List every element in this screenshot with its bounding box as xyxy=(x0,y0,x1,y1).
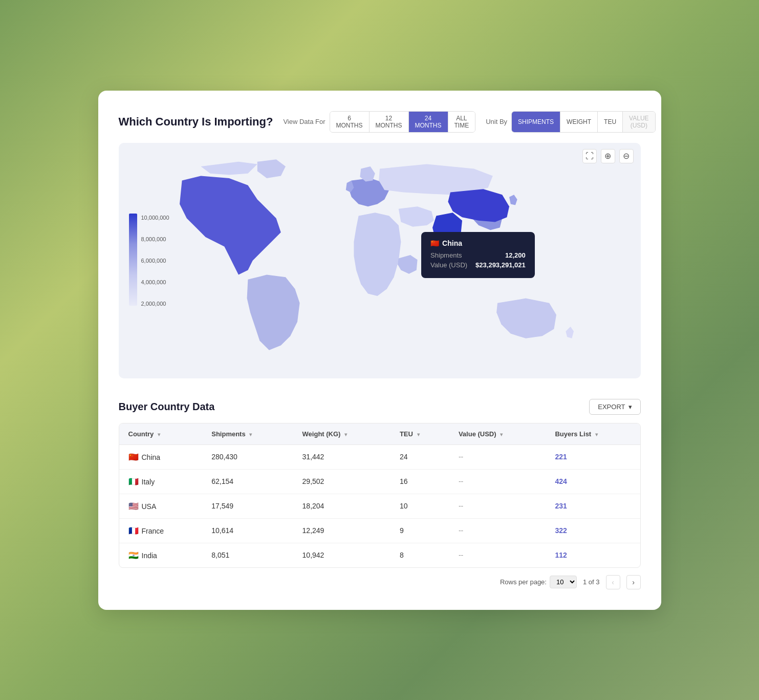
filter-12months[interactable]: 12 MONTHS xyxy=(370,112,409,132)
legend-value-1: 10,000,000 xyxy=(141,215,169,221)
page-title: Which Country Is Importing? xyxy=(119,115,273,129)
world-map xyxy=(119,143,641,378)
tooltip-shipments-value: 12,200 xyxy=(505,251,526,259)
table-row: 🇮🇹Italy 62,154 29,502 16 -- 424 xyxy=(119,469,640,494)
zoom-in-icon: ⊕ xyxy=(604,151,611,161)
cell-weight: 31,442 xyxy=(293,444,391,469)
sort-icon-buyers: ▾ xyxy=(595,432,598,437)
buyers-link-china[interactable]: 221 xyxy=(555,453,567,461)
tooltip-value-row: Value (USD) $23,293,291,021 xyxy=(430,261,526,269)
cell-teu: 16 xyxy=(391,469,449,494)
cell-shipments: 280,430 xyxy=(202,444,293,469)
cell-weight: 29,502 xyxy=(293,469,391,494)
country-tooltip: 🇨🇳 China Shipments 12,200 Value (USD) $2… xyxy=(421,232,535,278)
flag-usa: 🇺🇸 xyxy=(128,501,139,511)
cell-country: 🇫🇷France xyxy=(119,518,203,543)
fullscreen-button[interactable]: ⛶ xyxy=(582,149,597,163)
zoom-out-button[interactable]: ⊖ xyxy=(619,149,634,163)
rows-per-page-label: Rows per page: xyxy=(500,578,547,586)
cell-shipments: 10,614 xyxy=(202,518,293,543)
col-shipments[interactable]: Shipments ▾ xyxy=(202,423,293,445)
unit-shipments[interactable]: SHIPMENTS xyxy=(512,112,560,132)
tooltip-shipments-label: Shipments xyxy=(430,251,462,259)
cell-shipments: 62,154 xyxy=(202,469,293,494)
table-row: 🇺🇸USA 17,549 18,204 10 -- 231 xyxy=(119,494,640,518)
legend-value-2: 8,000,000 xyxy=(141,236,169,242)
cell-weight: 10,942 xyxy=(293,543,391,567)
col-buyers[interactable]: Buyers List ▾ xyxy=(546,423,640,445)
flag-italy: 🇮🇹 xyxy=(128,477,139,486)
main-card: Which Country Is Importing? View Data Fo… xyxy=(98,91,661,610)
map-container: ⛶ ⊕ ⊖ 10,000,000 8,000,000 6,000,000 4,0… xyxy=(119,143,641,378)
export-chevron-icon: ▾ xyxy=(628,403,632,411)
map-legend: 10,000,000 8,000,000 6,000,000 4,000,000… xyxy=(129,214,137,308)
unit-weight[interactable]: WEIGHT xyxy=(560,112,598,132)
rows-per-page-select[interactable]: 10 25 50 xyxy=(550,576,577,588)
flag-china: 🇨🇳 xyxy=(128,452,139,462)
cell-buyers[interactable]: 231 xyxy=(546,494,640,518)
tooltip-country: China xyxy=(442,239,462,247)
export-label: EXPORT xyxy=(598,403,625,411)
cell-country: 🇨🇳China xyxy=(119,444,203,469)
zoom-out-icon: ⊖ xyxy=(623,151,630,161)
legend-color-bar xyxy=(129,214,137,306)
sort-icon-country: ▾ xyxy=(158,432,160,437)
unit-by-filter-group: Unit By SHIPMENTS WEIGHT TEU VALUE (USD) xyxy=(486,111,655,133)
unit-teu[interactable]: TEU xyxy=(598,112,623,132)
flag-france: 🇫🇷 xyxy=(128,526,139,536)
table-row: 🇮🇳India 8,051 10,942 8 -- 112 xyxy=(119,543,640,567)
unit-value-usd[interactable]: VALUE (USD) xyxy=(623,112,655,132)
sort-icon-value: ▾ xyxy=(500,432,503,437)
prev-page-button[interactable]: ‹ xyxy=(606,575,620,589)
time-filter-buttons: 6 MONTHS 12 MONTHS 24 MONTHS ALL TIME xyxy=(330,111,476,133)
map-controls: ⛶ ⊕ ⊖ xyxy=(582,149,634,163)
cell-weight: 18,204 xyxy=(293,494,391,518)
export-button[interactable]: EXPORT ▾ xyxy=(589,399,640,415)
sort-icon-weight: ▾ xyxy=(344,432,347,437)
cell-teu: 24 xyxy=(391,444,449,469)
col-country[interactable]: Country ▾ xyxy=(119,423,203,445)
filter-6months[interactable]: 6 MONTHS xyxy=(330,112,370,132)
cell-value: -- xyxy=(449,518,546,543)
cell-value: -- xyxy=(449,444,546,469)
unit-by-label: Unit By xyxy=(486,118,507,125)
cell-value: -- xyxy=(449,543,546,567)
cell-buyers[interactable]: 322 xyxy=(546,518,640,543)
page-info: 1 of 3 xyxy=(583,578,600,586)
buyers-link-italy[interactable]: 424 xyxy=(555,477,567,485)
cell-shipments: 8,051 xyxy=(202,543,293,567)
unit-buttons: SHIPMENTS WEIGHT TEU VALUE (USD) xyxy=(511,111,655,133)
cell-country: 🇮🇹Italy xyxy=(119,469,203,494)
tooltip-value-label: Value (USD) xyxy=(430,261,467,269)
cell-teu: 9 xyxy=(391,518,449,543)
legend-value-3: 6,000,000 xyxy=(141,258,169,264)
flag-india: 🇮🇳 xyxy=(128,550,139,560)
next-page-button[interactable]: › xyxy=(626,575,641,589)
cell-value: -- xyxy=(449,494,546,518)
pagination: Rows per page: 10 25 50 1 of 3 ‹ › xyxy=(119,568,641,589)
buyer-country-table: Country ▾ Shipments ▾ Weight (KG) ▾ TEU … xyxy=(119,423,640,567)
cell-buyers[interactable]: 424 xyxy=(546,469,640,494)
filter-24months[interactable]: 24 MONTHS xyxy=(409,112,448,132)
table-header-row: Country ▾ Shipments ▾ Weight (KG) ▾ TEU … xyxy=(119,423,640,445)
table-row: 🇫🇷France 10,614 12,249 9 -- 322 xyxy=(119,518,640,543)
cell-buyers[interactable]: 112 xyxy=(546,543,640,567)
fullscreen-icon: ⛶ xyxy=(585,152,594,161)
sort-icon-teu: ▾ xyxy=(417,432,420,437)
legend-value-5: 2,000,000 xyxy=(141,301,169,307)
section-header: Which Country Is Importing? View Data Fo… xyxy=(119,111,641,133)
filter-alltime[interactable]: ALL TIME xyxy=(448,112,475,132)
tooltip-shipments-row: Shipments 12,200 xyxy=(430,251,526,259)
buyers-link-india[interactable]: 112 xyxy=(555,551,567,559)
zoom-in-button[interactable]: ⊕ xyxy=(601,149,615,163)
buyers-link-france[interactable]: 322 xyxy=(555,526,567,535)
col-value[interactable]: Value (USD) ▾ xyxy=(449,423,546,445)
cell-buyers[interactable]: 221 xyxy=(546,444,640,469)
cell-shipments: 17,549 xyxy=(202,494,293,518)
tooltip-title: 🇨🇳 China xyxy=(430,239,526,247)
buyers-link-usa[interactable]: 231 xyxy=(555,502,567,510)
tooltip-value-value: $23,293,291,021 xyxy=(475,261,526,269)
col-weight[interactable]: Weight (KG) ▾ xyxy=(293,423,391,445)
col-teu[interactable]: TEU ▾ xyxy=(391,423,449,445)
table-row: 🇨🇳China 280,430 31,442 24 -- 221 xyxy=(119,444,640,469)
